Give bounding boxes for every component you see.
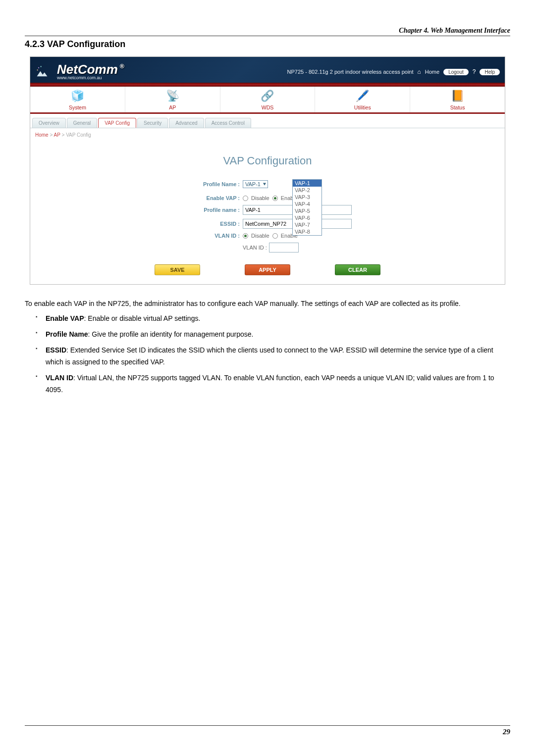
brand-logo-icon	[35, 65, 49, 79]
label-profile-name: Profile name :	[139, 207, 243, 213]
nav-utilities[interactable]: 🖊️ Utilities	[315, 87, 410, 112]
nav-system[interactable]: 🧊 System	[30, 87, 125, 112]
dropdown-option[interactable]: VAP-1	[293, 180, 321, 187]
profile-name-dropdown[interactable]: VAP-1 VAP-2 VAP-3 VAP-4 VAP-5 VAP-6 VAP-…	[292, 179, 322, 236]
section-title: 4.2.3 VAP Configuration	[25, 39, 510, 50]
sub-tabs: Overview General VAP Config Security Adv…	[30, 114, 505, 128]
feature-item: ESSID: Extended Service Set ID indicates…	[36, 344, 510, 368]
svg-point-0	[38, 67, 39, 68]
dropdown-option[interactable]: VAP-7	[293, 221, 321, 228]
svg-point-1	[41, 66, 42, 67]
logout-button[interactable]: Logout	[443, 69, 469, 75]
panel-title: VAP Configuration	[35, 154, 500, 167]
system-icon: 🧊	[30, 91, 125, 101]
enable-vap-disable-radio[interactable]	[243, 196, 248, 201]
dropdown-option[interactable]: VAP-4	[293, 201, 321, 207]
label-vlan-id: VLAN ID :	[139, 233, 243, 239]
device-description: NP725 - 802.11g 2 port indoor wireless a…	[287, 69, 414, 75]
ap-icon: 📡	[125, 91, 220, 101]
vlan-disable-radio[interactable]	[243, 233, 248, 239]
dropdown-option[interactable]: VAP-8	[293, 228, 321, 235]
tab-access-control[interactable]: Access Control	[205, 118, 251, 128]
nav-ap[interactable]: 📡 AP	[125, 87, 220, 112]
screenshot-panel: NetComm® www.netcomm.com.au NP725 - 802.…	[30, 56, 505, 285]
tab-general[interactable]: General	[67, 118, 98, 128]
brand-name: NetComm®	[57, 64, 124, 75]
crumb-current: VAP Config	[66, 132, 91, 138]
help-button[interactable]: Help	[480, 69, 500, 75]
svg-point-2	[37, 69, 38, 70]
wds-icon: 🔗	[220, 91, 315, 101]
tab-vap-config[interactable]: VAP Config	[98, 118, 136, 128]
page-footer: 29	[25, 725, 510, 736]
feature-item: VLAN ID: Virtual LAN, the NP725 supports…	[36, 372, 510, 396]
apply-button[interactable]: APPLY	[245, 264, 290, 275]
home-link[interactable]: Home	[425, 69, 439, 75]
profile-name-select[interactable]: VAP-1	[243, 180, 268, 188]
status-icon: 📙	[410, 91, 505, 101]
dropdown-option[interactable]: VAP-3	[293, 194, 321, 201]
crumb-home[interactable]: Home	[35, 132, 49, 138]
tab-advanced[interactable]: Advanced	[169, 118, 204, 128]
feature-item: Enable VAP: Enable or disable virtual AP…	[36, 312, 510, 324]
chapter-header: Chapter 4. Web Management Interface	[25, 27, 510, 36]
page-number: 29	[503, 728, 510, 736]
document-body: To enable each VAP in the NP725, the adm…	[25, 298, 510, 396]
main-nav: 🧊 System 📡 AP 🔗 WDS 🖊️ Utilities 📙 Statu…	[30, 87, 505, 112]
dropdown-option[interactable]: VAP-2	[293, 187, 321, 194]
dropdown-option[interactable]: VAP-5	[293, 207, 321, 214]
vlan-enable-radio[interactable]	[272, 233, 278, 239]
label-enable-vap: Enable VAP :	[139, 195, 243, 201]
save-button[interactable]: SAVE	[155, 264, 200, 275]
vlan-id-sub-label: VLAN ID :	[243, 245, 267, 251]
intro-paragraph: To enable each VAP in the NP725, the adm…	[25, 298, 510, 309]
clear-button[interactable]: CLEAR	[335, 264, 380, 275]
enable-vap-enable-radio[interactable]	[272, 196, 278, 201]
vlan-disable-label: Disable	[251, 233, 269, 239]
vlan-id-input[interactable]	[269, 243, 299, 252]
feature-item: Profile Name: Give the profile an identi…	[36, 328, 510, 340]
home-icon: ⌂	[418, 68, 421, 75]
crumb-ap[interactable]: AP	[54, 132, 60, 138]
breadcrumb: Home > AP > VAP Config	[30, 128, 505, 142]
label-profile-select: Profile Name :	[139, 181, 243, 187]
nav-status[interactable]: 📙 Status	[410, 87, 505, 112]
tab-security[interactable]: Security	[137, 118, 168, 128]
app-header: NetComm® www.netcomm.com.au NP725 - 802.…	[30, 57, 505, 87]
brand-url: www.netcomm.com.au	[57, 76, 124, 80]
help-icon: ?	[473, 68, 476, 75]
nav-wds[interactable]: 🔗 WDS	[220, 87, 316, 112]
utilities-icon: 🖊️	[315, 91, 410, 101]
label-essid: ESSID :	[139, 221, 243, 227]
enable-vap-disable-label: Disable	[251, 195, 269, 201]
tab-overview[interactable]: Overview	[32, 118, 66, 128]
dropdown-option[interactable]: VAP-6	[293, 214, 321, 221]
